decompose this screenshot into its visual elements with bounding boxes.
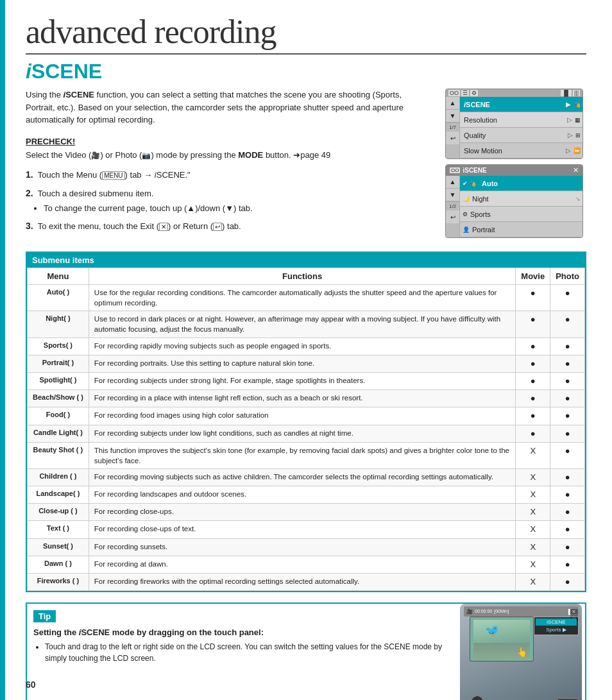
panel2-portrait-icon: 👤 [460, 226, 470, 233]
panel2-night-tag: ↘ [575, 196, 582, 202]
cell-movie: ● [516, 355, 550, 372]
panel1-row-slowmotion[interactable]: Slow Motion ▷ ⏩ [460, 143, 582, 158]
panel1-resolution-arrow: ▷ [565, 115, 575, 124]
cam-icon-time: 00:00:00 [475, 609, 492, 615]
cell-movie: ● [516, 285, 550, 311]
panel1-row-resolution[interactable]: Resolution ▷ ▦ [460, 112, 582, 128]
cell-function: For recording close-ups. [89, 504, 515, 521]
panel1-resolution-label: Resolution [460, 115, 565, 125]
panel2-portrait-label: Portrait [470, 225, 582, 235]
cam-menu-overlay: iSCENE Sports ▶ [534, 617, 579, 635]
cell-menu: Food( ) [28, 407, 89, 425]
cell-menu: Sunset( ) [28, 538, 89, 556]
panel1-up-btn[interactable]: ▲ [446, 97, 459, 110]
table-row: Auto( ) Use for the regular recording co… [28, 285, 585, 311]
section-title: iSCENE [26, 60, 586, 83]
panel1-row-quality[interactable]: Quality ▷ ⊞ [460, 128, 582, 143]
tip-header: Tip [33, 610, 56, 622]
panel1-video-icon: OO [448, 90, 460, 96]
cell-function: For recording subjects under low light c… [89, 425, 515, 442]
cell-photo: ● [550, 521, 585, 538]
panel1-slowmotion-arrow: ▷ [563, 146, 574, 155]
panel1-quality-label: Quality [460, 130, 565, 141]
table-row: Sports( ) For recording rapidly moving s… [28, 337, 585, 355]
cell-function: For recording in a place with intense li… [89, 390, 515, 407]
cell-photo: ● [550, 538, 585, 556]
cell-photo: ● [550, 311, 585, 337]
camera-panel-1: OO ☰ ⚙ ▐▌ ||| ▲ ▼ 1/7 ↩ [445, 89, 583, 159]
table-row: Beach/Show ( ) For recording in a place … [28, 390, 585, 407]
cam-icon-bat: ▐ [566, 609, 570, 615]
step-1: 1. Touch the Menu (MENU) tab → iSCENE." [26, 167, 432, 182]
cell-movie: ● [516, 372, 550, 389]
panel2-row-night[interactable]: 🌙 Night ↘ [460, 191, 582, 207]
cell-function: For recording food images using high col… [89, 407, 515, 425]
panel1-back-btn[interactable]: ↩ [446, 132, 459, 144]
table-row: Food( ) For recording food images using … [28, 407, 585, 425]
step-2-bullet: To change the current page, touch up (▲)… [44, 202, 432, 216]
submenu-table: Menu Functions Movie Photo Auto( ) Use f… [27, 268, 585, 591]
panel2-row-portrait[interactable]: 👤 Portrait [460, 222, 582, 237]
panel1-menu-icon: ☰ [461, 90, 469, 96]
panel1-iscene-arrow: ▶ [563, 99, 574, 109]
camera-panel-2: OO iSCENE ✕ ▲ ▼ 1/2 ↩ ✔ 🎭 Auto [445, 164, 583, 238]
cell-movie: ● [516, 425, 550, 442]
cell-movie: ● [516, 311, 550, 337]
cam-icon-min: [00Min] [494, 609, 509, 615]
table-row: Sunset( ) For recording sunsets. X ● [28, 538, 585, 556]
cam-play-btn[interactable]: ▶ [472, 696, 483, 700]
col-photo: Photo [550, 268, 585, 285]
panel2-row-sports[interactable]: ⚙ Sports [460, 207, 582, 222]
panel2-down-btn[interactable]: ▼ [446, 189, 459, 201]
cam-icon-video: 🎥 [466, 609, 473, 615]
cell-menu: Night( ) [28, 311, 89, 337]
panel1-down-btn[interactable]: ▼ [446, 110, 459, 123]
table-row: Landscape( ) For recording landscapes an… [28, 486, 585, 504]
cell-menu: Beauty Shot ( ) [28, 442, 89, 468]
panel2-row-auto[interactable]: ✔ 🎭 Auto [460, 176, 582, 191]
panel1-row-iscene[interactable]: iSCENE ▶ 🎭 [460, 97, 582, 112]
cell-photo: ● [550, 468, 585, 486]
panel2-auto-check: ✔ [460, 180, 468, 187]
cell-menu: Landscape( ) [28, 486, 89, 504]
table-row: Dawn ( ) For recording at dawn. X ● [28, 556, 585, 573]
submenu-header: Submenu items [27, 253, 585, 268]
cell-photo: ● [550, 442, 585, 468]
cell-function: For recording subjects under strong ligh… [89, 372, 515, 389]
table-row: Candle Light( ) For recording subjects u… [28, 425, 585, 442]
panel2-back-btn[interactable]: ↩ [446, 210, 459, 223]
table-row: Fireworks ( ) For recording fireworks wi… [28, 574, 585, 591]
cell-menu: Fireworks ( ) [28, 574, 89, 591]
panel1-signal-icon: ||| [573, 90, 580, 96]
col-functions: Functions [89, 268, 515, 285]
tip-title: Setting the iSCENE mode by dragging on t… [33, 627, 446, 637]
panel1-gear-icon: ⚙ [470, 90, 478, 96]
panel1-page: 1/7 [446, 123, 460, 132]
table-row: Night( ) Use to record in dark places or… [28, 311, 585, 337]
cell-function: Use for the regular recording conditions… [89, 285, 515, 311]
cell-photo: ● [550, 574, 585, 591]
panel2-auto-label: Auto [478, 178, 582, 189]
precheck-text: Select the Video (🎥) or Photo (📷) mode b… [26, 149, 432, 162]
panel1-battery-icon: ▐▌ [561, 90, 572, 96]
cam-icon-x: ✕ [570, 609, 578, 615]
table-row: Spotlight( ) For recording subjects unde… [28, 372, 585, 389]
panel1-quality-arrow: ▷ [565, 130, 575, 140]
panel2-close-btn[interactable]: ✕ [573, 166, 579, 175]
cell-movie: X [516, 504, 550, 521]
page-number: 60 [26, 679, 36, 690]
cell-photo: ● [550, 337, 585, 355]
panel1-slowmotion-icon: ⏩ [574, 148, 582, 154]
panel1-slowmotion-label: Slow Motion [460, 146, 563, 156]
cell-function: This function improves the subject's ski… [89, 442, 515, 468]
tip-text: Touch and drag to the left or right side… [33, 641, 446, 664]
panel2-up-btn[interactable]: ▲ [446, 176, 459, 189]
cell-function: For recording sunsets. [89, 538, 515, 556]
panel2-video-icon: OO [450, 167, 460, 173]
cell-menu: Spotlight( ) [28, 372, 89, 389]
cell-movie: X [516, 468, 550, 486]
cell-movie: ● [516, 337, 550, 355]
panel2-title-label: iSCENE [463, 167, 486, 174]
cell-function: For recording fireworks with the optimal… [89, 574, 515, 591]
cell-menu: Sports( ) [28, 337, 89, 355]
